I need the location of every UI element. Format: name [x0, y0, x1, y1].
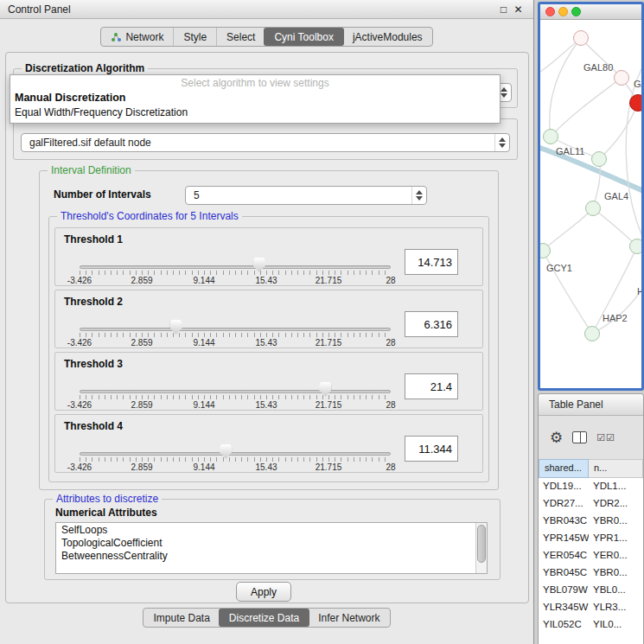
- table-row[interactable]: YIL052CYIL0...: [539, 616, 643, 634]
- table-cell[interactable]: YBL079W: [539, 582, 589, 599]
- table-cell[interactable]: YBL0...: [589, 582, 643, 599]
- slider-track[interactable]: [80, 328, 391, 331]
- gear-icon[interactable]: ⚙: [550, 430, 563, 445]
- dropdown-option-equal-width-frequency[interactable]: Equal Width/Frequency Discretization: [10, 105, 500, 119]
- table-cell[interactable]: YBR045C: [539, 564, 589, 582]
- slider-scale-labels: -3.4262.8599.14415.4321.71528: [80, 338, 391, 348]
- slider-scale-labels: -3.4262.8599.14415.4321.71528: [80, 462, 391, 473]
- attribute-list-item[interactable]: SelfLoops: [56, 523, 487, 536]
- tab-jactivemodules[interactable]: jActiveModules: [343, 28, 432, 46]
- tab-network[interactable]: Network: [101, 28, 173, 46]
- table-header-row: shared... n...: [539, 459, 643, 478]
- control-panel-window: Control Panel □ ✕ Network Style Select C…: [0, 0, 534, 644]
- slider-track[interactable]: [80, 452, 391, 456]
- table-row[interactable]: YER054CYER0...: [539, 547, 643, 564]
- table-cell[interactable]: YLR3...: [589, 599, 643, 616]
- table-cell[interactable]: YDL19...: [539, 478, 589, 495]
- threshold-3-slider[interactable]: [80, 387, 391, 396]
- threshold-2-slider[interactable]: [80, 325, 391, 334]
- table-row[interactable]: YLR345WYLR3...: [539, 599, 643, 616]
- slider-track[interactable]: [80, 265, 391, 269]
- network-node[interactable]: [573, 30, 589, 46]
- table-row[interactable]: YBR043CYBR0...: [539, 513, 643, 530]
- tab-label: Discretize Data: [229, 612, 299, 624]
- tab-discretize-data[interactable]: Discretize Data: [219, 609, 309, 627]
- tab-cyni-toolbox[interactable]: Cyni Toolbox: [264, 28, 343, 46]
- tick-label: 9.144: [193, 276, 214, 285]
- tab-label: Style: [183, 31, 207, 43]
- table-cell[interactable]: YBR0...: [589, 564, 643, 582]
- threshold-4-slider[interactable]: [80, 450, 391, 458]
- number-of-intervals-combobox[interactable]: 5: [185, 186, 427, 205]
- table-row[interactable]: YDR27...YDR2...: [539, 495, 643, 513]
- table-cell[interactable]: YER0...: [589, 547, 643, 564]
- threshold-4-panel: Threshold 4 -3.4262.8599.14415.4321.7152…: [54, 414, 483, 473]
- zoom-traffic-light-icon[interactable]: [571, 7, 581, 16]
- table-row[interactable]: YBR045CYBR0...: [539, 564, 643, 582]
- tab-label: Impute Data: [153, 612, 209, 624]
- slider-track[interactable]: [80, 390, 391, 393]
- attributes-group-title: Attributes to discretize: [53, 493, 162, 505]
- close-icon[interactable]: ✕: [511, 3, 526, 16]
- table-cell[interactable]: YBR0...: [589, 513, 643, 530]
- threshold-2-value-field[interactable]: 6.316: [405, 311, 458, 337]
- table-cell[interactable]: YER054C: [539, 547, 589, 564]
- attribute-list-item[interactable]: TopologicalCoefficient: [56, 536, 487, 549]
- network-node[interactable]: [543, 129, 558, 144]
- network-node[interactable]: [629, 94, 641, 112]
- attribute-list-item[interactable]: BetweennessCentrality: [56, 549, 487, 562]
- table-cell[interactable]: YIL052C: [539, 616, 589, 634]
- close-traffic-light-icon[interactable]: [545, 7, 555, 16]
- network-node[interactable]: [585, 201, 601, 216]
- numerical-attributes-list[interactable]: SelfLoopsTopologicalCoefficientBetweenne…: [55, 522, 488, 574]
- tab-label: Network: [125, 31, 163, 43]
- threshold-1-label: Threshold 1: [64, 233, 123, 245]
- combobox-stepper-icon: [411, 187, 426, 204]
- minimize-icon[interactable]: □: [496, 3, 511, 16]
- threshold-4-value-field[interactable]: 11.344: [405, 436, 458, 462]
- network-node[interactable]: [591, 151, 607, 167]
- network-tab-icon: [111, 32, 121, 42]
- column-header-name[interactable]: n...: [589, 459, 643, 478]
- table-row[interactable]: YBL079WYBL0...: [539, 582, 643, 599]
- threshold-3-label: Threshold 3: [64, 358, 123, 370]
- table-row[interactable]: YDL19...YDL1...: [539, 478, 643, 495]
- column-header-shared-name[interactable]: shared...: [539, 459, 589, 478]
- slider-scale-labels: -3.4262.8599.14415.4321.71528: [80, 276, 391, 286]
- table-cell[interactable]: YPR1...: [589, 530, 643, 547]
- network-node[interactable]: [584, 326, 600, 341]
- table-cell[interactable]: YLR345W: [539, 599, 589, 616]
- table-cell[interactable]: YIL0...: [589, 616, 643, 634]
- scrollbar-thumb[interactable]: [477, 525, 486, 563]
- tab-label: Cyni Toolbox: [274, 31, 333, 43]
- threshold-3-value-field[interactable]: 21.4: [405, 373, 458, 399]
- threshold-4-label: Threshold 4: [64, 420, 123, 432]
- apply-button[interactable]: Apply: [236, 582, 291, 602]
- threshold-1-value-field[interactable]: 14.713: [405, 249, 458, 275]
- tick-label: 2.859: [131, 276, 152, 285]
- tab-style[interactable]: Style: [173, 28, 216, 46]
- table-data-combobox[interactable]: galFiltered.sif default node: [21, 133, 510, 152]
- dropdown-option-manual-discretization[interactable]: Manual Discretization: [10, 90, 500, 105]
- table-row[interactable]: YPR145WYPR1...: [539, 530, 643, 547]
- checkbox-icons[interactable]: ☑☑: [596, 432, 615, 443]
- tab-impute-data[interactable]: Impute Data: [143, 609, 219, 627]
- tab-select[interactable]: Select: [216, 28, 265, 46]
- threshold-1-slider[interactable]: [80, 263, 391, 271]
- table-cell[interactable]: YPR145W: [539, 530, 589, 547]
- network-node[interactable]: [629, 239, 641, 254]
- list-scrollbar[interactable]: [475, 523, 487, 573]
- table-rows: YDL19...YDL1...YDR27...YDR2...YBR043CYBR…: [539, 478, 643, 644]
- tab-infer-network[interactable]: Infer Network: [309, 609, 389, 627]
- table-cell[interactable]: YDL1...: [589, 478, 643, 495]
- tab-label: jActiveModules: [353, 31, 423, 43]
- table-cell[interactable]: YBR043C: [539, 513, 589, 530]
- network-node[interactable]: [614, 70, 629, 86]
- columns-icon[interactable]: [572, 431, 587, 443]
- minimize-traffic-light-icon[interactable]: [558, 7, 568, 16]
- table-cell[interactable]: YDR2...: [589, 495, 643, 513]
- table-cell[interactable]: YDR27...: [539, 495, 589, 513]
- network-node-label: H: [637, 286, 641, 296]
- network-canvas[interactable]: GAL80GAGAL11GAL4GCY1HHAP2: [540, 20, 641, 388]
- table-panel-toolbar: ⚙ ☑☑: [539, 416, 643, 459]
